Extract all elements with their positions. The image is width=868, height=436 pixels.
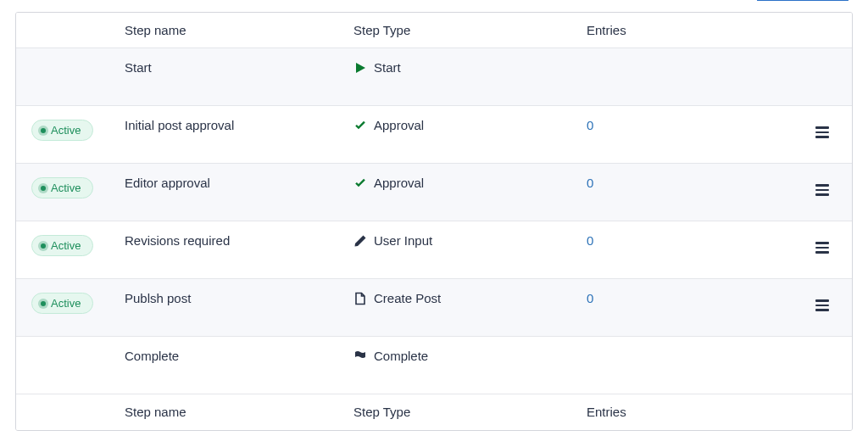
table-row: Active Initial post approval Approval 0 <box>16 106 852 164</box>
table-row: Start Start <box>16 48 852 106</box>
table-footer-row: Step name Step Type Entries <box>16 394 852 430</box>
status-badge: Active <box>31 120 93 141</box>
status-dot-icon <box>41 128 46 133</box>
actions-cell <box>800 60 851 65</box>
step-name: Publsh post <box>118 291 347 305</box>
table-row: Active Editor approval Approval 0 <box>16 164 852 221</box>
step-type: Create Post <box>347 291 580 305</box>
step-type-label: Create Post <box>374 291 441 305</box>
footer-status <box>16 405 118 406</box>
footer-step-type: Step Type <box>347 405 580 419</box>
row-menu-button[interactable] <box>812 296 832 315</box>
status-badge: Active <box>31 293 93 314</box>
step-type-label: Complete <box>374 349 428 363</box>
actions-cell <box>800 291 851 315</box>
actions-cell <box>800 349 851 354</box>
status-cell: Active <box>16 233 118 256</box>
pencil-icon <box>353 234 367 248</box>
step-type: Approval <box>347 176 580 190</box>
entries-cell: 0 <box>580 118 800 132</box>
check-icon <box>353 176 367 190</box>
entries-link[interactable]: 0 <box>587 118 593 132</box>
step-type-label: Approval <box>374 176 424 190</box>
step-name: Complete <box>118 349 347 363</box>
step-type-label: Approval <box>374 118 424 132</box>
top-button-edge <box>757 0 849 1</box>
step-type: Approval <box>347 118 580 132</box>
file-icon <box>353 292 367 305</box>
entries-cell: 0 <box>580 176 800 190</box>
status-cell: Active <box>16 176 118 198</box>
check-icon <box>353 119 367 132</box>
row-menu-button[interactable] <box>812 181 832 199</box>
entries-link[interactable]: 0 <box>587 233 593 248</box>
step-name: Revisions required <box>118 233 347 248</box>
row-menu-button[interactable] <box>812 123 832 142</box>
status-cell: Active <box>16 118 118 141</box>
table-header-row: Step name Step Type Entries <box>16 13 852 48</box>
workflow-steps-table: Step name Step Type Entries Start Start … <box>15 12 853 431</box>
status-badge: Active <box>31 177 93 198</box>
step-type: Start <box>347 60 580 75</box>
step-type: User Input <box>347 233 580 248</box>
flag-icon <box>353 349 367 363</box>
entries-link[interactable]: 0 <box>587 291 593 305</box>
entries-link[interactable]: 0 <box>587 176 593 190</box>
play-icon <box>353 61 367 75</box>
row-menu-button[interactable] <box>812 238 832 257</box>
table-row: Active Publsh post Create Post 0 <box>16 279 852 337</box>
header-step-name: Step name <box>118 23 347 37</box>
status-dot-icon <box>41 186 46 191</box>
status-cell <box>16 349 118 350</box>
status-label: Active <box>51 239 81 252</box>
actions-cell <box>800 176 851 199</box>
table-row: Active Revisions required User Input 0 <box>16 221 852 279</box>
step-name: Start <box>118 60 347 75</box>
entries-cell: 0 <box>580 291 800 305</box>
status-cell: Active <box>16 291 118 314</box>
step-type-label: User Input <box>374 233 432 248</box>
status-label: Active <box>51 124 81 137</box>
status-label: Active <box>51 297 81 310</box>
status-badge: Active <box>31 235 93 256</box>
header-entries: Entries <box>580 23 800 37</box>
entries-cell: 0 <box>580 233 800 248</box>
status-label: Active <box>51 182 81 194</box>
step-name: Initial post approval <box>118 118 347 132</box>
table-row: Complete Complete <box>16 337 852 394</box>
step-type-label: Start <box>374 60 401 75</box>
actions-cell <box>800 118 851 142</box>
step-type: Complete <box>347 349 580 363</box>
footer-entries: Entries <box>580 405 800 419</box>
footer-step-name: Step name <box>118 405 347 419</box>
actions-cell <box>800 233 851 257</box>
status-dot-icon <box>41 301 46 306</box>
status-cell <box>16 60 118 62</box>
header-step-type: Step Type <box>347 23 580 37</box>
status-dot-icon <box>41 243 46 249</box>
step-name: Editor approval <box>118 176 347 190</box>
header-status <box>16 23 118 25</box>
